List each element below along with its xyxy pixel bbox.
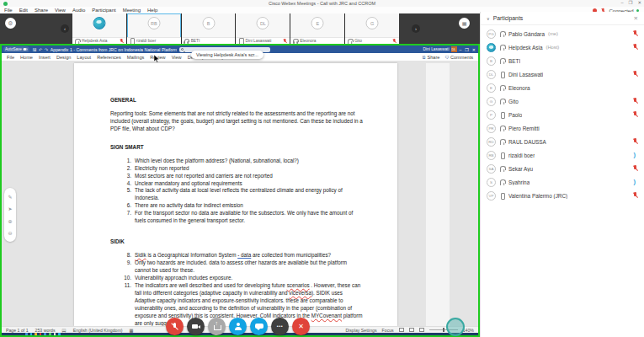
- dock-button[interactable]: [292, 318, 310, 335]
- dock-button[interactable]: [166, 318, 184, 335]
- taskbar-app-icon: [35, 333, 37, 335]
- list-item: 4. Unclear mandatory and optional requir…: [122, 180, 364, 188]
- participant-row[interactable]: S Syahrina: [481, 175, 644, 189]
- toggle-icon: [23, 48, 28, 51]
- audio-device-icon: [499, 138, 505, 145]
- list-item: 10. Vulnerability approach includes expo…: [122, 275, 364, 282]
- document-canvas[interactable]: GENERAL Reporting tools: Some elements t…: [2, 62, 478, 326]
- participant-row[interactable]: DL Dini Lasaswati: [481, 67, 644, 81]
- audio-device-icon: [499, 179, 505, 185]
- participant-row[interactable]: PR Piero Remitti: [481, 121, 644, 135]
- ribbon-tab[interactable]: View: [172, 55, 182, 60]
- participant-row[interactable]: E Eleonora: [481, 81, 644, 94]
- word-count[interactable]: 253 words: [35, 328, 56, 333]
- dock-button[interactable]: [229, 318, 247, 335]
- close-icon[interactable]: ✕: [637, 0, 641, 5]
- menu-item[interactable]: Audio: [72, 8, 85, 13]
- mute-state-icon[interactable]: [631, 138, 638, 146]
- mute-state-icon[interactable]: [631, 44, 638, 51]
- mute-state-icon[interactable]: [631, 152, 638, 159]
- participant-row[interactable]: RD RAUL DAUSSA: [481, 135, 644, 148]
- participant-row[interactable]: RB rizaldi boer: [481, 148, 644, 162]
- ribbon-tab[interactable]: Design: [56, 55, 71, 60]
- avatar: HA: [93, 17, 105, 29]
- menu-item[interactable]: Participant: [92, 8, 115, 13]
- participant-row[interactable]: G Gito: [481, 94, 644, 108]
- annotation-toolbar[interactable]: ✎ ➤ ⊕ ⊖: [4, 188, 16, 242]
- video-thumbnail[interactable]: DL Dini Lasaswati: [236, 13, 290, 44]
- dock-button[interactable]: [271, 318, 289, 335]
- panel-close-icon[interactable]: ✕: [634, 15, 638, 22]
- quick-access-toolbar[interactable]: 🖫 ↶ ↷: [32, 47, 47, 52]
- gear-icon[interactable]: ⚙: [5, 18, 16, 29]
- menu-item[interactable]: Meeting: [123, 8, 141, 13]
- video-thumbnail[interactable]: G Gito: [345, 13, 399, 44]
- word-restore-icon[interactable]: ❐: [465, 47, 468, 52]
- word-minimize-icon[interactable]: –: [460, 47, 462, 52]
- chevron-right-icon[interactable]: ›: [412, 24, 420, 33]
- zoom-out-icon[interactable]: ⊖: [8, 230, 12, 236]
- chevron-left-icon[interactable]: ‹: [61, 24, 69, 33]
- read-mode-icon[interactable]: [399, 328, 404, 332]
- participant-row[interactable]: HA Helpdesk Asia (Host): [481, 40, 644, 54]
- document-page[interactable]: GENERAL Reporting tools: Some elements t…: [74, 63, 397, 326]
- focus-mode[interactable]: Focus: [382, 328, 394, 333]
- dock-button-icon: [212, 322, 221, 331]
- pointer-icon[interactable]: ➤: [8, 206, 12, 211]
- user-avatar[interactable]: DL: [451, 46, 457, 52]
- language-indicator[interactable]: English (United Kingdom): [73, 328, 123, 333]
- layout-grid-icon[interactable]: ▦: [459, 18, 470, 29]
- word-close-icon[interactable]: ✕: [472, 47, 476, 52]
- video-thumbnail[interactable]: E Eleonora: [290, 13, 344, 44]
- mute-state-icon[interactable]: [631, 71, 638, 78]
- menu-item[interactable]: View: [55, 8, 66, 13]
- web-layout-icon[interactable]: [419, 328, 424, 332]
- dock-button[interactable]: [187, 318, 205, 335]
- restore-icon[interactable]: ❐: [628, 0, 632, 5]
- autosave-toggle[interactable]: AutoSave: [3, 46, 29, 52]
- menu-item[interactable]: Share: [35, 8, 48, 13]
- participant-row[interactable]: SA Sekar Ayu: [481, 162, 644, 175]
- search-icon: [181, 48, 184, 51]
- ribbon-tab[interactable]: File: [7, 55, 14, 60]
- taskbar-app-icon: [49, 333, 51, 335]
- comments-button[interactable]: 🗨 Comments: [444, 55, 473, 60]
- dock-button[interactable]: [208, 318, 226, 335]
- print-layout-icon[interactable]: [409, 328, 414, 332]
- webcam-bubble[interactable]: [446, 318, 465, 336]
- ribbon-tab[interactable]: References: [97, 55, 121, 60]
- participant-row[interactable]: B BETI: [481, 54, 644, 67]
- participant-name: Helpdesk Asia: [508, 45, 543, 51]
- dock-button[interactable]: [250, 318, 268, 335]
- participant-row[interactable]: P Paolo: [481, 108, 644, 121]
- annotate-icon[interactable]: ✎: [8, 194, 12, 200]
- participant-name: Dini Lasaswati: [508, 72, 543, 78]
- mute-state-icon[interactable]: [631, 111, 638, 119]
- display-settings[interactable]: Display Settings: [345, 328, 376, 333]
- zoom-in-icon[interactable]: ⊕: [8, 218, 12, 224]
- ribbon-tab[interactable]: Layout: [77, 55, 91, 60]
- mute-state-icon[interactable]: [631, 165, 638, 173]
- ribbon-tab[interactable]: Mailings: [127, 55, 145, 60]
- menu-item[interactable]: Help: [147, 8, 157, 13]
- participant-name: Syahrina: [508, 179, 530, 185]
- macro-icon[interactable]: ▦: [130, 328, 134, 333]
- mute-state-icon[interactable]: [631, 192, 638, 200]
- mute-state-icon[interactable]: [631, 30, 638, 38]
- collapse-icon[interactable]: ∨: [487, 16, 490, 21]
- page-indicator[interactable]: Page 1 of 1: [6, 328, 29, 333]
- video-thumbnail[interactable]: HA Helpdesk Asia: [72, 13, 126, 44]
- menu-item[interactable]: Edit: [19, 8, 28, 13]
- proofing-icon[interactable]: 🕮: [61, 328, 66, 333]
- menu-item[interactable]: File: [4, 8, 13, 13]
- mute-state-icon[interactable]: [631, 98, 638, 105]
- ribbon-tab[interactable]: Insert: [39, 55, 51, 60]
- video-thumbnail[interactable]: RB rizaldi boer: [127, 13, 181, 44]
- mute-state-icon[interactable]: [631, 179, 638, 186]
- share-button[interactable]: 🖻 Share: [422, 55, 439, 60]
- minimize-icon[interactable]: –: [620, 0, 623, 5]
- ribbon-tab[interactable]: Home: [20, 55, 33, 60]
- participant-row[interactable]: VP Valentina Palermo (JRC): [481, 189, 644, 202]
- video-thumbnail[interactable]: B BETI: [182, 13, 236, 44]
- participant-row[interactable]: PG Pablo Gándara (me): [481, 27, 644, 40]
